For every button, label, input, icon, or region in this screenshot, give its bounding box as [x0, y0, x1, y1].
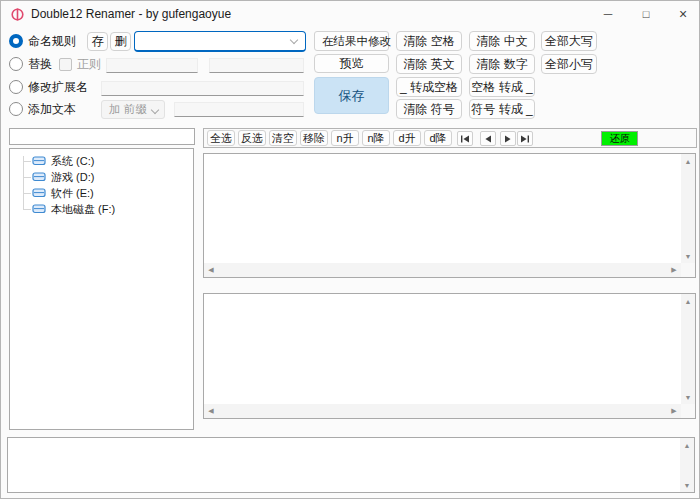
tree-item-label: 本地磁盘 (F:)	[51, 202, 115, 217]
replace-to-field[interactable]	[209, 58, 304, 73]
file-list-preview[interactable]: ▲ ▼ ◀ ▶	[203, 293, 696, 419]
minimize-button[interactable]: ─	[589, 1, 627, 27]
replace-from-field[interactable]	[106, 58, 198, 73]
preview-button[interactable]: 预览	[314, 54, 389, 73]
clear-symbols-button[interactable]: 清除 符号	[396, 99, 462, 119]
underscore-to-space-button[interactable]: _ 转成空格	[396, 77, 462, 97]
add-text-label: 添加文本	[28, 100, 76, 119]
rule-input[interactable]	[140, 33, 285, 49]
regex-checkbox[interactable]	[59, 58, 72, 71]
regex-label: 正则	[77, 55, 101, 74]
radio-change-extension[interactable]	[9, 80, 23, 94]
drive-icon	[32, 187, 46, 200]
horizontal-scrollbar[interactable]: ◀ ▶	[204, 263, 681, 277]
scroll-up-icon[interactable]: ▲	[681, 154, 695, 168]
select-all-button[interactable]: 全选	[207, 130, 235, 146]
file-list-original[interactable]: ▲ ▼ ◀ ▶	[203, 153, 696, 278]
replace-label: 替换	[28, 55, 52, 74]
result-modify-dropdown[interactable]: 在结果中修改	[314, 31, 389, 51]
first-page-button[interactable]	[457, 131, 473, 146]
clear-digits-button[interactable]: 清除 数字	[469, 54, 535, 74]
last-page-button[interactable]	[517, 131, 533, 146]
clear-chinese-button[interactable]: 清除 中文	[469, 31, 535, 51]
drive-icon	[32, 155, 46, 168]
list-toolbar: 全选 反选 清空 移除 n升 n降 d升 d降 还原	[203, 128, 697, 148]
close-button[interactable]: ×	[664, 1, 700, 27]
date-sort-desc-button[interactable]: d降	[424, 130, 452, 146]
tree-item-drive-c[interactable]: 系统 (C:)	[10, 153, 193, 169]
change-extension-label: 修改扩展名	[28, 78, 88, 97]
tree-item-drive-d[interactable]: 游戏 (D:)	[10, 169, 193, 185]
extension-field[interactable]	[101, 81, 304, 96]
prev-page-button[interactable]	[480, 131, 496, 146]
radio-add-text[interactable]	[9, 102, 23, 116]
scrollbar-corner	[681, 263, 695, 277]
vertical-scrollbar[interactable]: ▲ ▼	[680, 438, 694, 492]
path-box[interactable]	[9, 128, 195, 145]
space-to-underscore-button[interactable]: 空格 转成 _	[469, 77, 535, 97]
next-page-button[interactable]	[500, 131, 516, 146]
scroll-down-icon[interactable]: ▼	[680, 478, 694, 492]
delete-rule-button[interactable]: 删	[110, 32, 131, 51]
tree-item-drive-f[interactable]: 本地磁盘 (F:)	[10, 201, 193, 217]
chevron-down-icon[interactable]	[290, 36, 298, 44]
clear-space-button[interactable]: 清除 空格	[396, 31, 462, 51]
tree-item-drive-e[interactable]: 软件 (E:)	[10, 185, 193, 201]
uppercase-button[interactable]: 全部大写	[541, 31, 597, 51]
scroll-up-icon[interactable]: ▲	[680, 438, 694, 452]
drive-tree[interactable]: 系统 (C:) 游戏 (D:) 软件 (E:) 本地磁盘 (F:)	[9, 148, 194, 430]
add-text-field[interactable]	[174, 102, 304, 117]
naming-rule-label: 命名规则	[28, 32, 76, 51]
rule-combobox[interactable]	[134, 31, 306, 52]
scroll-right-icon[interactable]: ▶	[667, 263, 681, 277]
vertical-scrollbar[interactable]: ▲ ▼	[681, 154, 695, 263]
store-rule-button[interactable]: 存	[87, 32, 108, 51]
date-sort-asc-button[interactable]: d升	[393, 130, 421, 146]
drive-icon	[32, 171, 46, 184]
app-logo-icon	[11, 7, 24, 25]
add-mode-value: 加 前缀	[109, 102, 147, 117]
vertical-scrollbar[interactable]: ▲ ▼	[681, 294, 695, 404]
scroll-left-icon[interactable]: ◀	[204, 263, 218, 277]
scroll-right-icon[interactable]: ▶	[667, 404, 681, 418]
window-title: Double12 Renamer - by gufengaoyue	[31, 1, 231, 27]
prev-page-icon	[484, 135, 492, 143]
last-page-icon	[520, 135, 530, 143]
save-button[interactable]: 保存	[314, 77, 389, 114]
scroll-down-icon[interactable]: ▼	[681, 390, 695, 404]
maximize-button[interactable]: □	[627, 1, 665, 27]
invert-selection-button[interactable]: 反选	[238, 130, 266, 146]
clear-list-button[interactable]: 清空	[269, 130, 297, 146]
scrollbar-corner	[681, 404, 695, 418]
clear-english-button[interactable]: 清除 英文	[396, 54, 462, 74]
scroll-left-icon[interactable]: ◀	[204, 404, 218, 418]
tree-item-label: 软件 (E:)	[51, 186, 94, 201]
scroll-down-icon[interactable]: ▼	[681, 249, 695, 263]
radio-replace[interactable]	[9, 57, 23, 71]
app-window: Double12 Renamer - by gufengaoyue ─ □ × …	[0, 0, 700, 499]
scroll-up-icon[interactable]: ▲	[681, 294, 695, 308]
next-page-icon	[504, 135, 512, 143]
drive-icon	[32, 203, 46, 216]
add-mode-dropdown[interactable]: 加 前缀	[101, 100, 165, 119]
tree-item-label: 系统 (C:)	[51, 154, 94, 169]
lowercase-button[interactable]: 全部小写	[541, 54, 597, 74]
radio-naming-rule[interactable]	[9, 34, 23, 48]
chevron-down-icon	[151, 106, 159, 114]
remove-button[interactable]: 移除	[300, 130, 328, 146]
horizontal-scrollbar[interactable]: ◀ ▶	[204, 404, 681, 418]
titlebar: Double12 Renamer - by gufengaoyue ─ □ ×	[1, 1, 700, 27]
first-page-icon	[460, 135, 470, 143]
log-panel[interactable]: ▲ ▼	[7, 437, 695, 493]
restore-button[interactable]: 还原	[601, 131, 638, 146]
drive-tree-inner: 系统 (C:) 游戏 (D:) 软件 (E:) 本地磁盘 (F:)	[10, 149, 193, 429]
name-sort-asc-button[interactable]: n升	[331, 130, 359, 146]
name-sort-desc-button[interactable]: n降	[362, 130, 390, 146]
tree-item-label: 游戏 (D:)	[51, 170, 94, 185]
symbol-to-underscore-button[interactable]: 符号 转成 _	[469, 99, 535, 119]
